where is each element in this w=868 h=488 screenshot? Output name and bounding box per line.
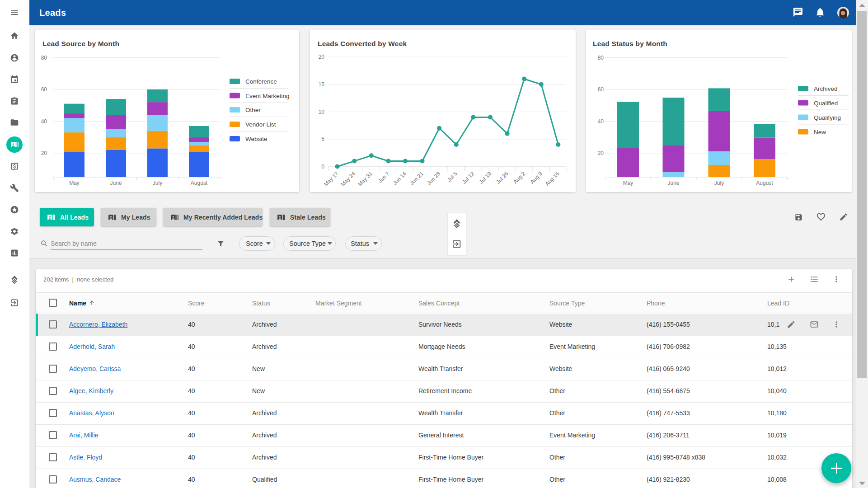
svg-text:July: July [714, 180, 724, 186]
svg-text:15: 15 [319, 81, 325, 88]
svg-text:40: 40 [41, 118, 47, 125]
svg-text:Aug 2: Aug 2 [512, 170, 526, 185]
svg-text:Jun 7: Jun 7 [377, 170, 391, 184]
svg-text:Qualified: Qualified [814, 100, 838, 107]
svg-text:Aug 16: Aug 16 [544, 170, 561, 187]
svg-text:Aug 9: Aug 9 [529, 170, 544, 185]
svg-text:Archived: Archived [814, 85, 838, 92]
svg-text:Vendor List: Vendor List [245, 121, 276, 128]
svg-text:Other: Other [245, 107, 261, 113]
svg-text:Jun 21: Jun 21 [408, 170, 425, 187]
svg-text:August: August [756, 180, 773, 186]
svg-text:May 17: May 17 [323, 170, 340, 188]
svg-text:60: 60 [598, 86, 604, 93]
svg-text:5: 5 [321, 136, 324, 142]
svg-text:May: May [69, 180, 80, 186]
svg-text:Jul 19: Jul 19 [478, 170, 493, 185]
svg-text:May 24: May 24 [340, 170, 357, 188]
svg-text:20: 20 [319, 54, 325, 60]
svg-text:Qualifying: Qualifying [814, 114, 841, 121]
svg-text:40: 40 [598, 118, 604, 125]
svg-text:New: New [814, 129, 826, 136]
svg-text:Jul 26: Jul 26 [495, 170, 510, 185]
svg-text:Jul 12: Jul 12 [461, 170, 476, 185]
svg-text:Website: Website [245, 136, 267, 142]
svg-text:80: 80 [41, 55, 47, 61]
svg-text:May: May [623, 180, 633, 186]
svg-text:June: June [110, 180, 122, 186]
svg-text:Jun 14: Jun 14 [392, 170, 408, 187]
svg-text:Jun 28: Jun 28 [426, 170, 442, 187]
svg-text:20: 20 [598, 150, 604, 156]
svg-text:July: July [153, 180, 162, 186]
svg-text:May 31: May 31 [357, 170, 374, 188]
svg-text:20: 20 [41, 150, 47, 156]
svg-text:Event Marketing: Event Marketing [245, 93, 290, 99]
svg-text:10: 10 [319, 109, 325, 115]
svg-text:0: 0 [321, 164, 324, 170]
svg-text:60: 60 [41, 86, 47, 93]
svg-text:August: August [191, 180, 208, 186]
svg-text:Jul 5: Jul 5 [446, 170, 459, 183]
svg-text:Conference: Conference [245, 78, 277, 85]
svg-text:June: June [667, 180, 679, 186]
svg-text:80: 80 [598, 55, 604, 61]
